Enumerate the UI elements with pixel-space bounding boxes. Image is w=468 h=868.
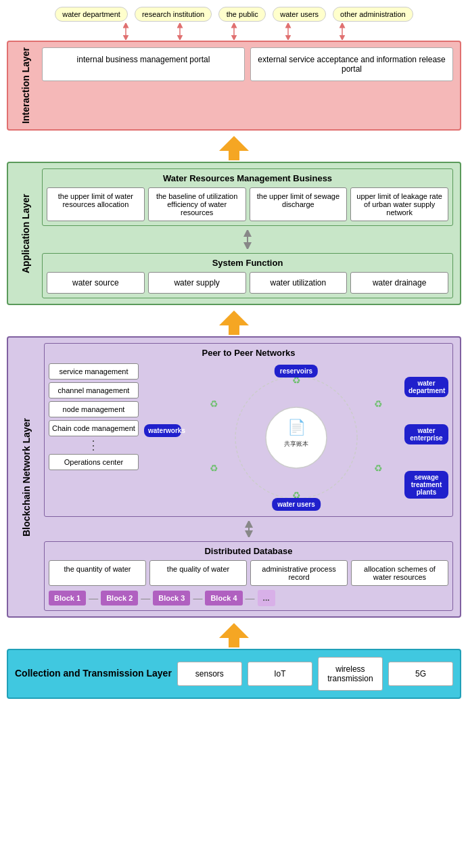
actor-public: the public	[218, 7, 266, 22]
mgmt-item-3: the upper limit of sewage discharge	[250, 187, 348, 221]
orange-arrow-2	[7, 311, 461, 335]
svg-text:共享账本: 共享账本	[284, 440, 308, 447]
mgmt-box-service: service management	[49, 363, 139, 380]
actor-arrows	[7, 22, 461, 41]
svg-text:📄: 📄	[287, 418, 306, 436]
block-1: Block 1	[49, 591, 86, 606]
svg-text:♻: ♻	[210, 398, 218, 409]
actor-arrow-3	[210, 23, 258, 40]
node-reservoirs: reservoirs	[275, 365, 318, 378]
peer-networks-box: Peer to Peer Networks service management…	[44, 343, 453, 517]
block-connector-1: —	[89, 593, 98, 603]
collection-item-iot: IoT	[248, 662, 312, 686]
actor-arrow-5	[319, 23, 366, 40]
actor-arrow-1	[102, 23, 149, 40]
dist-db-cells: the quantity of water the quality of wat…	[49, 560, 448, 586]
svg-text:♻: ♻	[374, 398, 383, 409]
block-3: Block 3	[153, 591, 190, 606]
db-cell-1: the quantity of water	[49, 560, 146, 586]
node-water-users: water users	[272, 498, 321, 511]
sys-item-3: water utilization	[250, 272, 348, 294]
sys-item-1: water source	[47, 272, 145, 294]
actors-row: water department research institution th…	[7, 7, 461, 22]
block-connector-4: —	[245, 593, 255, 603]
actor-arrow-2	[156, 23, 204, 40]
small-gray-arrow-1	[44, 521, 453, 537]
circle-diagram: 📄 共享账本 ♻ ♻ ♻ ♻ ♻ ♻ reservoirs	[144, 363, 448, 512]
collection-item-sensors: sensors	[177, 662, 242, 686]
node-sewage-plants: sewage treatment plants	[404, 471, 448, 499]
application-layer-label: Application Layer	[15, 168, 37, 298]
sys-item-4: water drainage	[350, 272, 448, 294]
management-items: the upper limit of water resources alloc…	[47, 187, 448, 221]
peer-inner: service management channel management no…	[49, 363, 448, 512]
block-2: Block 2	[101, 591, 138, 606]
mgmt-item-4: upper limit of leakage rate of urban wat…	[350, 187, 448, 221]
mgmt-box-node: node management	[49, 401, 139, 417]
actor-water-department: water department	[55, 7, 128, 22]
block-ellipsis: ...	[258, 590, 275, 606]
db-cell-2: the quality of water	[149, 560, 247, 586]
distributed-db-box: Distributed Database the quantity of wat…	[44, 541, 453, 611]
gray-double-arrow	[42, 230, 453, 249]
svg-point-7	[266, 407, 327, 468]
gray-double-arrow-svg	[237, 230, 258, 249]
orange-arrow-1	[7, 136, 461, 160]
small-gray-arrow-svg	[239, 521, 259, 537]
orange-arrow-3	[7, 623, 461, 647]
node-water-enterprise: water enterprise	[404, 424, 448, 444]
mgmt-box-operations: Operations center	[49, 454, 139, 470]
actor-research-institution: research institution	[135, 7, 212, 22]
block-4: Block 4	[205, 591, 242, 606]
collection-layer: Collection and Transmission Layer sensor…	[7, 649, 461, 699]
system-items: water source water supply water utilizat…	[47, 272, 448, 294]
interaction-box-2: external service acceptance and informat…	[250, 47, 453, 81]
svg-text:♻: ♻	[210, 463, 218, 474]
collection-item-5g: 5G	[388, 662, 453, 686]
node-water-department: water department	[404, 377, 448, 397]
node-waterworks: waterworks	[144, 424, 181, 437]
mgmt-column: service management channel management no…	[49, 363, 139, 512]
orbit-ring-svg: 📄 共享账本 ♻ ♻ ♻ ♻ ♻ ♻	[144, 363, 448, 512]
svg-text:♻: ♻	[374, 463, 383, 474]
system-function-box: System Function water source water suppl…	[42, 253, 453, 298]
dist-db-title: Distributed Database	[49, 546, 448, 556]
blockchain-layer: Blockchain Network Layer Peer to Peer Ne…	[7, 336, 461, 618]
block-connector-2: —	[141, 593, 150, 603]
actor-other-admin: other administration	[333, 7, 413, 22]
db-cell-3: administrative process record	[250, 560, 348, 586]
collection-items: sensors IoT wireless transmission 5G	[177, 657, 453, 691]
collection-item-wireless: wireless transmission	[318, 657, 383, 691]
interaction-box-1: internal business management portal	[42, 47, 245, 81]
peer-title: Peer to Peer Networks	[49, 348, 448, 358]
mgmt-item-1: the upper limit of water resources alloc…	[47, 187, 145, 221]
blocks-row: Block 1 — Block 2 — Block 3 — Block 4 — …	[49, 590, 448, 606]
mgmt-box-chaincode: Chain code management	[49, 420, 139, 436]
system-function-title: System Function	[47, 258, 448, 268]
management-business-title: Water Resources Management Business	[47, 173, 448, 183]
application-layer: Application Layer Water Resources Manage…	[7, 162, 461, 305]
actor-arrow-4	[264, 23, 312, 40]
management-business-box: Water Resources Management Business the …	[42, 168, 453, 226]
db-cell-4: allocation schemes of water resources	[351, 560, 448, 586]
actor-water-users: water users	[273, 7, 326, 22]
sys-item-2: water supply	[148, 272, 246, 294]
blockchain-layer-label: Blockchain Network Layer	[15, 343, 39, 611]
mgmt-box-channel: channel management	[49, 382, 139, 398]
collection-layer-label: Collection and Transmission Layer	[15, 667, 172, 681]
mgmt-item-2: the baseline of utilization efficiency o…	[148, 187, 246, 221]
interaction-layer: Interaction Layer internal business mana…	[7, 41, 461, 131]
interaction-layer-label: Interaction Layer	[15, 47, 37, 124]
mgmt-dots: ⋮	[49, 439, 139, 451]
block-connector-3: —	[193, 593, 202, 603]
